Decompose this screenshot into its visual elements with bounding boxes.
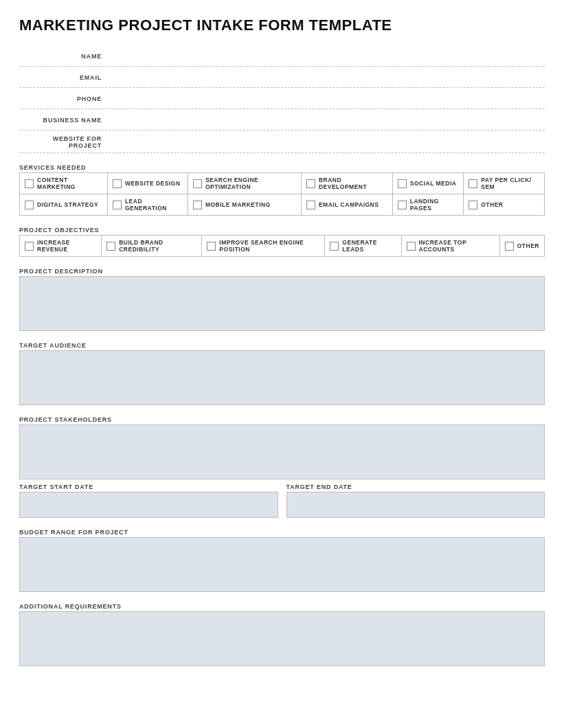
- service-brand-development: BRAND DEVELOPMENT: [301, 173, 392, 194]
- service-landing-pages-checkbox[interactable]: [398, 201, 407, 209]
- obj-build-brand-checkbox[interactable]: [106, 242, 115, 251]
- obj-increase-revenue-checkbox[interactable]: [25, 242, 34, 251]
- obj-other-checkbox[interactable]: [505, 242, 514, 251]
- budget-section: BUDGET RANGE FOR PROJECT: [19, 527, 545, 592]
- start-date-label: TARGET START DATE: [19, 482, 278, 492]
- obj-top-accounts-checkbox[interactable]: [407, 242, 416, 251]
- service-brand-dev-checkbox[interactable]: [306, 179, 315, 188]
- service-email-campaigns-checkbox[interactable]: [306, 201, 315, 209]
- business-name-row: BUSINESS NAME: [19, 111, 545, 130]
- service-seo: SEARCH ENGINE OPTIMIZATION: [188, 173, 301, 194]
- target-audience-area[interactable]: [19, 350, 545, 405]
- service-ppc-checkbox[interactable]: [469, 179, 477, 188]
- target-audience-section: TARGET AUDIENCE: [19, 341, 545, 405]
- start-date-block: TARGET START DATE: [19, 482, 278, 518]
- obj-increase-revenue: INCREASE REVENUE: [20, 236, 102, 257]
- basic-fields: NAME EMAIL PHONE BUSINESS NAME WEBSITE F…: [19, 47, 545, 153]
- service-other-checkbox[interactable]: [469, 201, 477, 209]
- project-description-section: PROJECT DESCRIPTION: [19, 266, 545, 331]
- service-digital-strategy-checkbox[interactable]: [25, 201, 34, 209]
- business-name-value: [109, 114, 545, 126]
- service-seo-checkbox[interactable]: [193, 179, 202, 188]
- end-date-label: TARGET END DATE: [286, 482, 545, 492]
- start-date-input[interactable]: [19, 492, 278, 518]
- services-section: SERVICES NEEDED CONTENT MARKETING WEBSIT…: [19, 163, 545, 216]
- budget-area[interactable]: [19, 537, 545, 592]
- objectives-title: PROJECT OBJECTIVES: [19, 225, 545, 235]
- obj-build-brand: BUILD BRAND CREDIBILITY: [102, 236, 202, 257]
- project-stakeholders-section: PROJECT STAKEHOLDERS: [19, 415, 545, 479]
- service-content-marketing-checkbox[interactable]: [25, 179, 34, 188]
- phone-label: PHONE: [19, 95, 109, 102]
- email-value: [109, 71, 545, 84]
- services-title: SERVICES NEEDED: [19, 163, 545, 172]
- service-website-design: WEBSITE DESIGN: [107, 173, 188, 194]
- project-stakeholders-area[interactable]: [19, 424, 545, 479]
- name-value: [109, 50, 545, 62]
- dates-section: TARGET START DATE TARGET END DATE: [19, 482, 545, 518]
- obj-improve-search: IMPROVE SEARCH ENGINE POSITION: [202, 236, 325, 257]
- budget-title: BUDGET RANGE FOR PROJECT: [19, 527, 545, 537]
- service-email-campaigns: EMAIL CAMPAIGNS: [301, 194, 392, 216]
- obj-generate-leads-checkbox[interactable]: [330, 242, 339, 251]
- website-label: WEBSITE FOR PROJECT: [19, 135, 109, 149]
- additional-requirements-section: ADDITIONAL REQUIREMENTS: [19, 602, 545, 666]
- project-stakeholders-title: PROJECT STAKEHOLDERS: [19, 415, 545, 424]
- end-date-block: TARGET END DATE: [286, 482, 545, 518]
- email-label: EMAIL: [19, 74, 109, 81]
- end-date-input[interactable]: [286, 492, 545, 518]
- services-table: CONTENT MARKETING WEBSITE DESIGN SEARCH …: [19, 172, 545, 216]
- obj-improve-search-checkbox[interactable]: [207, 242, 216, 251]
- page-title: MARKETING PROJECT INTAKE FORM TEMPLATE: [19, 16, 545, 34]
- service-digital-strategy: DIGITAL STRATEGY: [20, 194, 108, 216]
- objectives-table: INCREASE REVENUE BUILD BRAND CREDIBILITY…: [19, 235, 545, 257]
- target-audience-title: TARGET AUDIENCE: [19, 341, 545, 350]
- service-mobile-marketing: MOBILE MARKETING: [188, 194, 301, 216]
- service-mobile-marketing-checkbox[interactable]: [193, 201, 202, 209]
- project-description-title: PROJECT DESCRIPTION: [19, 266, 545, 276]
- name-label: NAME: [19, 53, 109, 60]
- service-landing-pages: LANDING PAGES: [392, 194, 464, 216]
- service-lead-generation: LEAD GENERATION: [107, 194, 188, 216]
- objectives-section: PROJECT OBJECTIVES INCREASE REVENUE BUIL…: [19, 225, 545, 257]
- website-value: [109, 136, 545, 148]
- service-social-media-checkbox[interactable]: [398, 179, 407, 188]
- obj-increase-top-accounts: INCREASE TOP ACCOUNTS: [401, 236, 499, 257]
- service-lead-gen-checkbox[interactable]: [113, 201, 122, 209]
- email-row: EMAIL: [19, 68, 545, 88]
- service-website-design-checkbox[interactable]: [113, 179, 122, 188]
- website-row: WEBSITE FOR PROJECT: [19, 132, 545, 153]
- obj-other: OTHER: [499, 236, 544, 257]
- phone-value: [109, 93, 545, 105]
- project-description-area[interactable]: [19, 276, 545, 331]
- additional-requirements-title: ADDITIONAL REQUIREMENTS: [19, 602, 545, 611]
- service-social-media: SOCIAL MEDIA: [392, 173, 464, 194]
- additional-requirements-area[interactable]: [19, 611, 545, 666]
- obj-generate-leads: GENERATE LEADS: [325, 236, 401, 257]
- service-content-marketing: CONTENT MARKETING: [20, 173, 108, 194]
- phone-row: PHONE: [19, 89, 545, 109]
- name-row: NAME: [19, 47, 545, 67]
- service-ppc: PAY PER CLICK/ SEM: [464, 173, 545, 194]
- business-name-label: BUSINESS NAME: [19, 117, 109, 124]
- service-other: OTHER: [464, 194, 545, 216]
